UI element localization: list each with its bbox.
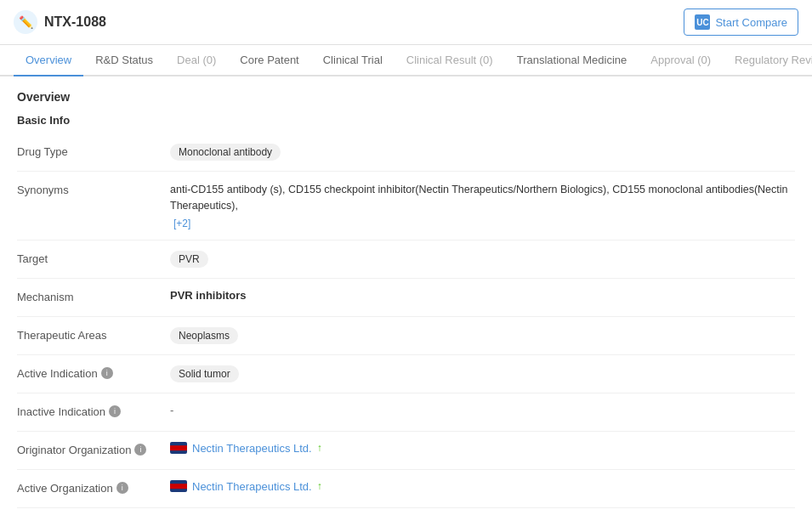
synonyms-more-link[interactable]: [+2] xyxy=(173,218,190,229)
originator-org-label: Originator Organization i xyxy=(17,442,170,456)
tab-approval[interactable]: Approval (0) xyxy=(639,45,723,76)
tab-rd-status[interactable]: R&D Status xyxy=(83,45,165,76)
synonyms-value: anti-CD155 antibody (s), CD155 checkpoin… xyxy=(170,182,795,229)
target-value: PVR xyxy=(170,251,795,268)
target-tag: PVR xyxy=(170,251,208,268)
inactive-indication-value: - xyxy=(170,404,795,416)
drug-type-row: Drug Type Monoclonal antibody xyxy=(17,137,795,167)
inactive-indication-row: Inactive Indication i - xyxy=(17,397,795,427)
tab-translational-medicine[interactable]: Translational Medicine xyxy=(505,45,639,76)
originator-trend-icon: ↑ xyxy=(317,442,322,454)
tab-core-patent[interactable]: Core Patent xyxy=(228,45,310,76)
tab-deal[interactable]: Deal (0) xyxy=(165,45,228,76)
active-indication-value: Solid tumor xyxy=(170,365,795,382)
inactive-indication-dash: - xyxy=(170,404,173,416)
therapeutic-areas-row: Therapeutic Areas Neoplasms xyxy=(17,320,795,351)
originator-flag-icon xyxy=(170,442,187,454)
target-row: Target PVR xyxy=(17,244,795,274)
active-org-row-inner: Nectin Therapeutics Ltd. ↑ xyxy=(170,480,322,493)
originator-org-row-inner: Nectin Therapeutics Ltd. ↑ xyxy=(170,442,322,455)
active-org-label: Active Organization i xyxy=(17,480,170,495)
nav-tabs: Overview R&D Status Deal (0) Core Patent… xyxy=(0,45,812,76)
therapeutic-areas-label: Therapeutic Areas xyxy=(17,327,170,342)
mechanism-label: Mechanism xyxy=(17,289,170,303)
therapeutic-areas-value: Neoplasms xyxy=(170,327,795,344)
synonyms-text: anti-CD155 antibody (s), CD155 checkpoin… xyxy=(170,182,795,214)
drug-icon: ✏️ xyxy=(14,10,37,34)
compare-icon: UC xyxy=(695,14,710,30)
inactive-indication-info-icon[interactable]: i xyxy=(109,405,121,417)
tab-clinical-result[interactable]: Clinical Result (0) xyxy=(395,45,505,76)
originator-org-row: Originator Organization i Nectin Therape… xyxy=(17,435,795,466)
active-indication-label: Active Indication i xyxy=(17,365,170,380)
active-indication-row: Active Indication i Solid tumor xyxy=(17,359,795,389)
drug-title: ✏️ NTX-1088 xyxy=(14,10,106,34)
synonyms-row: Synonyms anti-CD155 antibody (s), CD155 … xyxy=(17,175,795,236)
drug-id-label: NTX-1088 xyxy=(44,14,106,30)
sub-section-title: Basic Info xyxy=(17,114,795,127)
active-org-value: Nectin Therapeutics Ltd. ↑ xyxy=(170,480,795,493)
active-flag-icon xyxy=(170,480,187,492)
mechanism-value: PVR inhibitors xyxy=(170,289,795,302)
tab-clinical-trial[interactable]: Clinical Trial xyxy=(311,45,395,76)
tab-regulatory-review[interactable]: Regulatory Review (0) xyxy=(723,45,812,76)
active-org-info-icon[interactable]: i xyxy=(116,482,128,494)
active-indication-info-icon[interactable]: i xyxy=(101,367,113,379)
active-org-link[interactable]: Nectin Therapeutics Ltd. xyxy=(192,480,312,493)
active-trend-icon: ↑ xyxy=(317,480,322,492)
active-org-row: Active Organization i Nectin Therapeutic… xyxy=(17,473,795,504)
originator-org-info-icon[interactable]: i xyxy=(134,444,146,456)
compare-label: Start Compare xyxy=(715,16,787,29)
mechanism-text: PVR inhibitors xyxy=(170,289,247,302)
synonyms-label: Synonyms xyxy=(17,182,170,196)
tab-overview[interactable]: Overview xyxy=(14,45,83,76)
originator-org-link[interactable]: Nectin Therapeutics Ltd. xyxy=(192,442,312,455)
target-label: Target xyxy=(17,251,170,265)
drug-type-tag: Monoclonal antibody xyxy=(170,144,281,161)
mechanism-row: Mechanism PVR inhibitors xyxy=(17,282,795,313)
section-title: Overview xyxy=(17,90,795,104)
main-content: Overview Basic Info Drug Type Monoclonal… xyxy=(0,76,812,515)
header: ✏️ NTX-1088 UC Start Compare xyxy=(0,0,812,45)
inactive-indication-label: Inactive Indication i xyxy=(17,404,170,418)
originator-org-value: Nectin Therapeutics Ltd. ↑ xyxy=(170,442,795,455)
active-indication-tag: Solid tumor xyxy=(170,365,239,382)
inactive-org-row: Inactive Organization i Northern Biologi… xyxy=(17,512,795,516)
drug-type-label: Drug Type xyxy=(17,144,170,158)
drug-type-value: Monoclonal antibody xyxy=(170,144,795,161)
start-compare-button[interactable]: UC Start Compare xyxy=(684,8,798,36)
therapeutic-areas-tag: Neoplasms xyxy=(170,327,238,344)
